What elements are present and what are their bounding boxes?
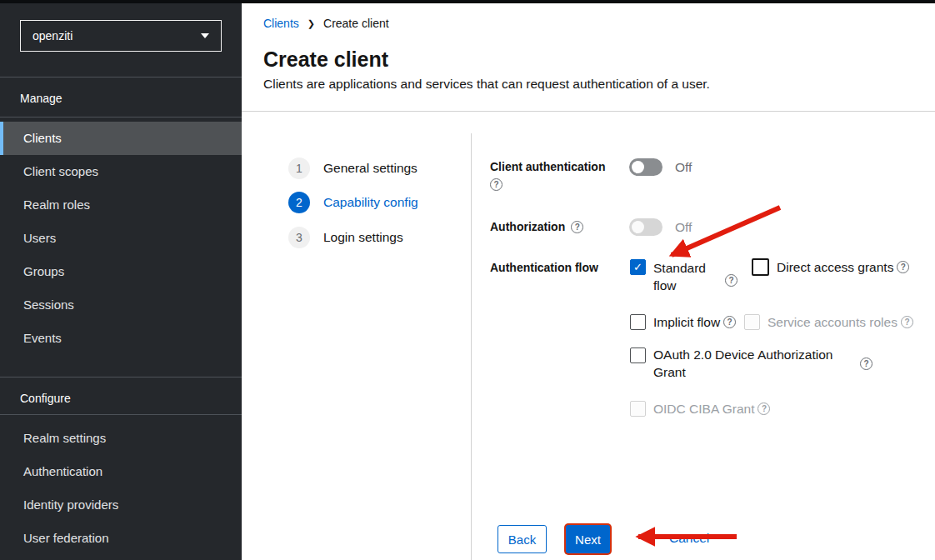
sidebar-item-sessions[interactable]: Sessions [0, 288, 242, 322]
toggle-knob [632, 221, 644, 233]
step-label: Login settings [323, 230, 403, 245]
sidebar-item-authentication[interactable]: Authentication [0, 455, 242, 488]
help-icon[interactable]: ? [490, 178, 502, 191]
oauth-device-grant-checkbox[interactable] [630, 348, 646, 363]
option-oidc-ciba-grant: OIDC CIBA Grant ? [630, 400, 770, 418]
help-icon[interactable]: ? [897, 261, 909, 273]
authorization-toggle [629, 218, 662, 236]
breadcrumb-clients-link[interactable]: Clients [263, 17, 299, 30]
chevron-right-icon: ❯ [308, 18, 315, 29]
realm-selector[interactable]: openziti [20, 20, 222, 52]
implicit-flow-checkbox[interactable] [630, 314, 646, 330]
direct-access-grants-label: Direct access grants [777, 258, 893, 276]
help-icon[interactable]: ? [860, 358, 872, 370]
standard-flow-checkbox[interactable]: ✓ [630, 259, 646, 275]
service-accounts-roles-label: Service accounts roles [768, 313, 898, 331]
realm-selector-value: openziti [32, 29, 72, 42]
toggle-knob [632, 161, 644, 173]
sidebar-divider [0, 77, 242, 78]
service-accounts-roles-checkbox [744, 314, 760, 330]
oidc-ciba-grant-checkbox [630, 401, 646, 417]
wizard-step-capability-config[interactable]: 2 Capability config [288, 192, 418, 213]
sidebar-item-user-federation[interactable]: User federation [0, 522, 242, 555]
sidebar: openziti Manage Clients Client scopes Re… [0, 0, 242, 560]
sidebar-divider [0, 377, 242, 378]
sidebar-item-client-scopes[interactable]: Client scopes [0, 155, 242, 188]
option-direct-access-grants: Direct access grants ? [752, 258, 909, 276]
sidebar-section-configure: Configure [20, 392, 71, 405]
back-button[interactable]: Back [498, 525, 547, 553]
step-label: Capability config [323, 195, 418, 210]
help-icon[interactable]: ? [723, 316, 736, 328]
sidebar-item-realm-roles[interactable]: Realm roles [0, 188, 242, 222]
sidebar-divider [0, 117, 242, 118]
sidebar-nav-manage: Clients Client scopes Realm roles Users … [0, 122, 242, 355]
help-icon[interactable]: ? [758, 402, 770, 415]
caret-down-icon [201, 33, 209, 38]
oidc-ciba-grant-label: OIDC CIBA Grant [653, 400, 754, 418]
client-authentication-label: Client authentication [490, 160, 605, 173]
authorization-state: Off [675, 220, 692, 235]
sidebar-item-users[interactable]: Users [0, 222, 242, 255]
masthead-strip [0, 0, 935, 3]
client-authentication-toggle[interactable] [629, 158, 662, 176]
breadcrumb: Clients ❯ Create client [263, 17, 389, 30]
oauth-device-grant-label: OAuth 2.0 Device Authorization Grant [653, 346, 848, 381]
next-button[interactable]: Next [566, 525, 610, 553]
authorization-label: Authorization ? [490, 220, 583, 233]
step-number-badge: 3 [288, 227, 310, 248]
option-service-accounts-roles: Service accounts roles ? [744, 313, 913, 331]
client-authentication-state: Off [675, 160, 692, 175]
standard-flow-label: Standard flow [653, 259, 717, 294]
sidebar-item-clients[interactable]: Clients [0, 122, 242, 155]
step-label: General settings [323, 161, 418, 176]
page-title: Create client [263, 48, 388, 72]
help-icon[interactable]: ? [725, 274, 738, 287]
sidebar-item-events[interactable]: Events [0, 322, 242, 355]
option-oauth-device-grant: OAuth 2.0 Device Authorization Grant ? [630, 346, 872, 381]
wizard-step-login-settings[interactable]: 3 Login settings [288, 227, 403, 248]
sidebar-item-identity-providers[interactable]: Identity providers [0, 488, 242, 522]
wizard-step-general-settings[interactable]: 1 General settings [288, 158, 418, 179]
option-implicit-flow: Implicit flow ? [630, 313, 736, 331]
main-content: Clients ❯ Create client Create client Cl… [242, 3, 935, 560]
cancel-link[interactable]: Cancel [669, 531, 709, 546]
authentication-flow-label: Authentication flow [490, 261, 598, 274]
sidebar-item-realm-settings[interactable]: Realm settings [0, 422, 242, 455]
sidebar-divider [0, 414, 242, 415]
step-number-badge: 1 [288, 158, 310, 179]
sidebar-section-manage: Manage [20, 92, 62, 105]
sidebar-nav-configure: Realm settings Authentication Identity p… [0, 422, 242, 555]
wizard-divider [471, 133, 472, 560]
breadcrumb-current: Create client [323, 17, 389, 30]
option-standard-flow: ✓ Standard flow [630, 259, 717, 294]
implicit-flow-label: Implicit flow [653, 313, 720, 331]
help-icon[interactable]: ? [901, 316, 913, 328]
direct-access-grants-checkbox[interactable] [752, 258, 769, 276]
page-description: Clients are applications and services th… [263, 77, 710, 92]
step-number-badge: 2 [288, 192, 310, 213]
sidebar-item-groups[interactable]: Groups [0, 255, 242, 288]
authorization-label-text: Authorization [490, 220, 565, 233]
header-divider [242, 111, 935, 112]
help-icon[interactable]: ? [571, 221, 583, 233]
